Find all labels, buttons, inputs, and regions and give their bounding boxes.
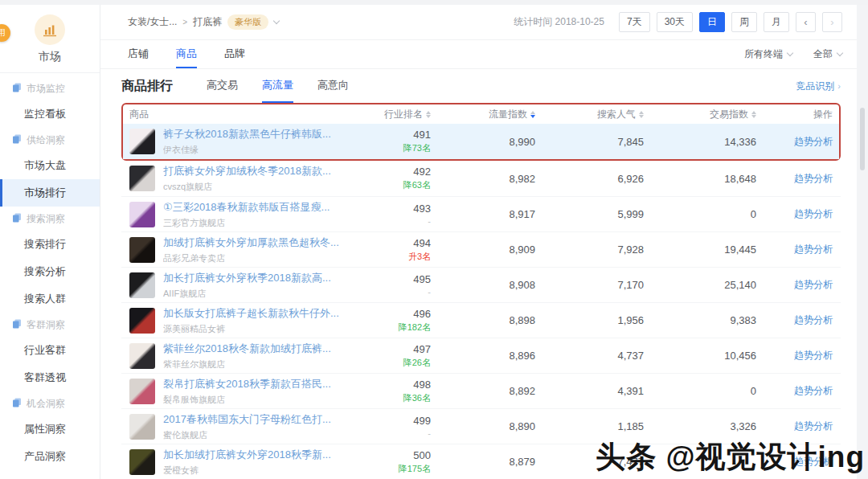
- product-title-link[interactable]: 2017春秋韩国东大门字母粉红色打...: [163, 412, 331, 427]
- rank-change: 降26名: [342, 357, 431, 369]
- product-title-link[interactable]: 加长打底裤女外穿秋季2018新款高...: [163, 271, 331, 285]
- trend-analysis-link[interactable]: 趋势分析: [794, 385, 833, 396]
- sidebar-group-text: 客群洞察: [27, 318, 65, 332]
- product-cell: 紫菲丝尔2018秋冬新款加绒打底裤...紫菲丝尔旗舰店: [129, 342, 342, 371]
- tab-品牌[interactable]: 品牌: [224, 40, 245, 68]
- scrollbar-thumb[interactable]: [860, 108, 865, 170]
- transaction-index-value: 25,140: [644, 279, 756, 291]
- column-header-操作: 操作: [756, 108, 833, 121]
- range-button-日[interactable]: 日: [699, 12, 725, 32]
- breadcrumb[interactable]: 女装/女士... > 打底裤 豪华版: [128, 14, 279, 30]
- product-title-link[interactable]: 加绒打底裤女外穿加厚款黑色超秋冬...: [163, 235, 339, 250]
- product-title-link[interactable]: ①三彩2018春秋新款韩版百搭显瘦...: [163, 200, 330, 215]
- product-title-link[interactable]: 裤子女秋2018新款黑色牛仔裤韩版...: [163, 127, 331, 141]
- trend-analysis-link[interactable]: 趋势分析: [794, 350, 833, 361]
- sidebar-item-产品洞察[interactable]: 产品洞察: [0, 443, 100, 470]
- competitor-identify-link[interactable]: 竞品识别 ›: [796, 80, 841, 93]
- product-thumbnail[interactable]: [129, 414, 155, 440]
- range-button-周[interactable]: 周: [731, 12, 757, 32]
- product-title-link[interactable]: 加长加绒打底裤女外穿2018秋季新...: [163, 448, 331, 462]
- column-header-text: 交易指数: [710, 108, 748, 121]
- traffic-index-value: 8,896: [431, 350, 535, 362]
- transaction-index-value: 9,383: [644, 314, 756, 326]
- next-period-button[interactable]: ›: [822, 12, 842, 32]
- product-info: ①三彩2018春秋新款韩版百搭显瘦...三彩官方旗舰店: [163, 200, 330, 229]
- sidebar-item-搜索分析[interactable]: 搜索分析: [0, 258, 100, 285]
- rank-change: 降36名: [342, 392, 431, 404]
- trend-analysis-link[interactable]: 趋势分析: [794, 244, 833, 255]
- docs-icon: [12, 398, 22, 410]
- chevron-down-icon[interactable]: [273, 18, 280, 24]
- search-popularity-value: 6,926: [535, 173, 644, 185]
- product-thumbnail[interactable]: [129, 308, 155, 334]
- trend-analysis-link[interactable]: 趋势分析: [794, 314, 833, 325]
- search-popularity-value: 7,170: [535, 279, 644, 291]
- product-title-link[interactable]: 打底裤女外穿加绒秋冬季2018新款...: [163, 164, 331, 178]
- product-title-link[interactable]: 紫菲丝尔2018秋冬新款加绒打底裤...: [163, 342, 331, 356]
- traffic-index-value: 8,982: [431, 173, 535, 185]
- product-cell: 裤子女秋2018新款黑色牛仔裤韩版...伊衣佳缘: [129, 127, 342, 156]
- trend-analysis-link[interactable]: 趋势分析: [794, 420, 833, 432]
- rank-change: -: [342, 216, 431, 226]
- trend-analysis-link[interactable]: 趋势分析: [794, 279, 833, 290]
- sidebar-item-搜索人群[interactable]: 搜索人群: [0, 285, 100, 313]
- range-button-30天[interactable]: 30天: [657, 12, 693, 32]
- tab-商品[interactable]: 商品: [176, 40, 197, 68]
- sidebar-item-客群透视[interactable]: 客群透视: [0, 364, 100, 391]
- tab-店铺[interactable]: 店铺: [128, 40, 149, 68]
- product-thumbnail[interactable]: [129, 166, 155, 191]
- sidebar-item-市场大盘[interactable]: 市场大盘: [0, 152, 100, 179]
- sidebar-group-label: 供给洞察: [0, 128, 100, 152]
- product-row: 打底裤女外穿加绒秋冬季2018新款...cvszq旗舰店492降63名8,982…: [121, 161, 841, 196]
- terminal-filter-dropdown[interactable]: 所有终端: [744, 47, 792, 61]
- subtab-高意向[interactable]: 高意向: [317, 69, 349, 103]
- column-header-行业排名[interactable]: 行业排名: [342, 108, 431, 121]
- sidebar-item-行业客群[interactable]: 行业客群: [0, 337, 100, 364]
- product-thumbnail[interactable]: [129, 449, 155, 475]
- product-thumbnail[interactable]: [129, 237, 155, 263]
- search-popularity-value: 1,956: [535, 314, 644, 326]
- product-thumbnail[interactable]: [129, 202, 155, 227]
- trend-analysis-link[interactable]: 趋势分析: [794, 173, 833, 184]
- product-cell: 加长加绒打底裤女外穿2018秋季新...爱橙女裤: [129, 448, 342, 477]
- trend-analysis-link[interactable]: 趋势分析: [794, 208, 833, 219]
- product-title-link[interactable]: 加长版女打底裤子超长新款秋牛仔外...: [163, 306, 339, 321]
- column-header-交易指数[interactable]: 交易指数: [644, 108, 756, 121]
- product-thumbnail[interactable]: [129, 129, 155, 154]
- main-area: 女装/女士... > 打底裤 豪华版 统计时间 2018-10-25 7天30天…: [100, 5, 857, 479]
- prev-period-button[interactable]: ‹: [796, 12, 816, 32]
- range-button-月[interactable]: 月: [764, 12, 789, 32]
- product-row: 加绒打底裤女外穿加厚款黑色超秋冬...品彩兄弟专卖店494升3名8,9097,9…: [121, 231, 841, 267]
- shop-name: 蜜伦旗舰店: [163, 429, 331, 441]
- range-button-7天[interactable]: 7天: [619, 12, 650, 32]
- product-cell: 2017春秋韩国东大门字母粉红色打...蜜伦旗舰店: [129, 412, 342, 441]
- action-cell: 趋势分析: [756, 207, 833, 221]
- industry-rank-cell: 499-: [342, 415, 431, 438]
- column-header-流量指数[interactable]: 流量指数: [431, 108, 535, 121]
- ranking-subtabs: 高交易高流量高意向: [207, 69, 349, 103]
- product-thumbnail[interactable]: [129, 379, 155, 404]
- product-thumbnail[interactable]: [129, 343, 155, 369]
- breadcrumb-parent[interactable]: 女装/女士...: [128, 15, 177, 29]
- product-thumbnail[interactable]: [129, 272, 155, 298]
- breadcrumb-current[interactable]: 打底裤: [193, 15, 222, 29]
- column-header-text: 流量指数: [489, 108, 527, 121]
- shop-name: 裂帛服饰旗舰店: [163, 394, 331, 406]
- product-info: 加长版女打底裤子超长新款秋牛仔外...源美丽精品女裤: [163, 306, 339, 335]
- sidebar-item-属性洞察[interactable]: 属性洞察: [0, 416, 100, 443]
- sidebar-item-市场排行[interactable]: 市场排行: [0, 179, 100, 207]
- subtab-高流量[interactable]: 高流量: [262, 69, 293, 103]
- sidebar-item-搜索排行[interactable]: 搜索排行: [0, 231, 100, 258]
- trend-analysis-link[interactable]: 趋势分析: [794, 136, 833, 147]
- shop-name: 源美丽精品女裤: [163, 323, 339, 335]
- sidebar-item-监控看板[interactable]: 监控看板: [0, 100, 100, 128]
- sidebar-group-label: 搜索洞察: [0, 207, 100, 231]
- scope-filter-dropdown[interactable]: 全部: [813, 47, 842, 61]
- tab-bar: 店铺商品品牌 所有终端 全部: [100, 40, 857, 69]
- product-title-link[interactable]: 裂帛打底裤女2018秋季新款百搭民...: [163, 377, 331, 391]
- transaction-index-value: 3,326: [644, 420, 756, 432]
- main-tabs: 店铺商品品牌: [128, 40, 245, 68]
- subtab-高交易[interactable]: 高交易: [207, 69, 238, 103]
- column-header-搜索人气[interactable]: 搜索人气: [535, 108, 644, 121]
- sidebar: 市场 市场监控监控看板供给洞察市场大盘市场排行搜索洞察搜索排行搜索分析搜索人群客…: [0, 5, 100, 479]
